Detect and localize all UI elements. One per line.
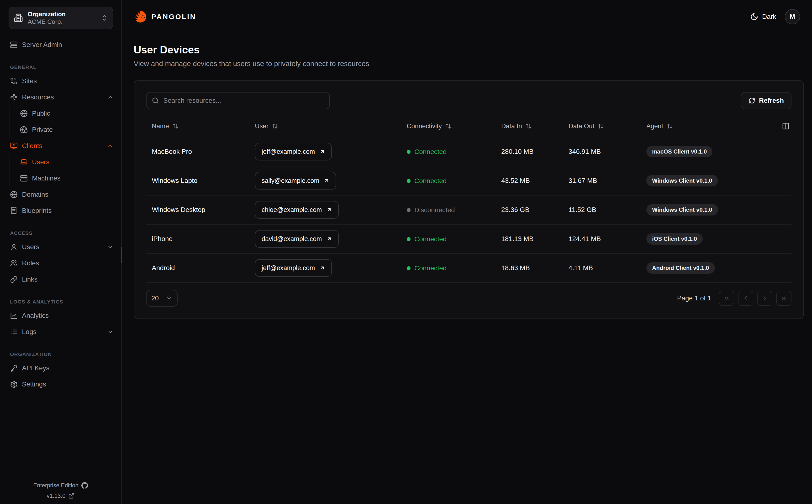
chevron-up-down-icon: [101, 14, 108, 21]
chevron-up-icon: [107, 143, 114, 149]
status-dot-icon: [407, 179, 411, 183]
server-icon: [20, 175, 28, 182]
sidebar-item-label: Clients: [22, 142, 103, 150]
status-dot-icon: [407, 208, 411, 212]
data-in-value: 280.10 MB: [495, 148, 563, 155]
sidebar-item-server-admin[interactable]: Server Admin: [0, 37, 121, 53]
sidebar-item-client-users[interactable]: Users: [10, 154, 121, 170]
app-root: Organization ACME Corp. Server Admin GEN…: [0, 0, 812, 504]
refresh-button[interactable]: Refresh: [741, 92, 791, 109]
chevron-up-icon: [107, 94, 114, 101]
sidebar-item-label: Logs: [22, 328, 103, 336]
org-selector[interactable]: Organization ACME Corp.: [9, 7, 113, 29]
sidebar-scrollbar[interactable]: [121, 247, 122, 263]
data-out-value: 4.11 MB: [563, 264, 641, 272]
card-toolbar: Refresh: [146, 92, 791, 109]
sidebar-item-domains[interactable]: Domains: [0, 186, 121, 203]
sidebar-nav: Server Admin GENERAL Sites Resources Pub…: [0, 29, 121, 392]
connectivity-status: Connected: [407, 177, 447, 185]
connectivity-status: Disconnected: [407, 206, 455, 214]
sort-icon: [445, 123, 451, 129]
sidebar-item-api-keys[interactable]: API Keys: [0, 360, 121, 376]
sidebar-item-label: Server Admin: [22, 41, 62, 49]
table-row: MacBook Pro jeff@example.com Connected 2…: [146, 137, 791, 166]
sidebar-item-label: API Keys: [22, 364, 49, 372]
status-dot-icon: [407, 150, 411, 154]
page-title: User Devices: [134, 44, 804, 56]
column-header-name[interactable]: Name: [146, 123, 249, 130]
sidebar-item-label: Users: [22, 243, 103, 251]
sidebar-item-users[interactable]: Users: [0, 239, 121, 255]
arrow-up-right-icon: [326, 236, 332, 242]
last-page-button[interactable]: [776, 291, 791, 306]
gear-icon: [10, 381, 18, 388]
user-link-button[interactable]: jeff@example.com: [255, 259, 332, 277]
device-name: MacBook Pro: [146, 148, 249, 155]
user-link-button[interactable]: sally@example.com: [255, 172, 336, 190]
sidebar-item-public[interactable]: Public: [10, 105, 121, 122]
data-in-value: 43.52 MB: [495, 177, 563, 185]
data-in-value: 181.13 MB: [495, 235, 563, 243]
data-in-value: 18.63 MB: [495, 264, 563, 272]
sidebar-item-label: Links: [22, 276, 37, 283]
refresh-icon: [749, 97, 755, 104]
sidebar-item-machines[interactable]: Machines: [10, 170, 121, 186]
connectivity-status: Connected: [407, 235, 447, 243]
org-selector-label: Organization: [28, 10, 96, 18]
user-icon: [10, 243, 18, 251]
sidebar-item-settings[interactable]: Settings: [0, 376, 121, 392]
sort-icon: [667, 123, 673, 129]
blueprints-icon: [10, 207, 18, 215]
brand: PANGOLIN: [134, 10, 196, 23]
brand-name: PANGOLIN: [151, 13, 196, 21]
moon-icon: [750, 13, 758, 21]
arrow-up-right-icon: [326, 207, 332, 213]
column-header-data-in[interactable]: Data In: [495, 123, 563, 130]
user-link-button[interactable]: jeff@example.com: [255, 143, 332, 160]
previous-page-button[interactable]: [738, 291, 753, 306]
search-input[interactable]: [163, 97, 324, 104]
data-in-value: 23.36 GB: [495, 206, 563, 214]
sidebar-item-blueprints[interactable]: Blueprints: [0, 203, 121, 219]
column-header-data-out[interactable]: Data Out: [563, 123, 641, 130]
sidebar-item-analytics[interactable]: Analytics: [0, 308, 121, 324]
next-page-button[interactable]: [757, 291, 772, 306]
avatar[interactable]: M: [785, 9, 800, 24]
organization-icon: [14, 13, 23, 22]
table-row: Android jeff@example.com Connected 18.63…: [146, 254, 791, 283]
sidebar-item-resources[interactable]: Resources: [0, 89, 121, 105]
page-size-select[interactable]: 20: [146, 290, 177, 307]
users-icon: [10, 259, 18, 267]
table-row: Windows Lapto sally@example.com Connecte…: [146, 166, 791, 195]
sidebar-item-logs[interactable]: Logs: [0, 324, 121, 340]
device-name: Windows Lapto: [146, 177, 249, 185]
column-header-user[interactable]: User: [249, 123, 401, 130]
page-subtitle: View and manage devices that users use t…: [134, 60, 804, 68]
laptop-icon: [20, 158, 28, 166]
version-label[interactable]: v1.13.0: [47, 493, 66, 499]
sidebar-item-private[interactable]: Private: [10, 122, 121, 138]
chevron-down-icon: [166, 295, 172, 301]
sidebar-item-sites[interactable]: Sites: [0, 73, 121, 89]
sort-icon: [172, 123, 178, 129]
status-dot-icon: [407, 266, 411, 270]
sidebar-item-clients[interactable]: Clients: [0, 138, 121, 154]
agent-badge: macOS Client v0.1.0: [646, 146, 713, 157]
columns-toggle-button[interactable]: [780, 120, 791, 132]
theme-toggle-button[interactable]: Dark: [750, 13, 776, 21]
data-out-value: 11.52 GB: [563, 206, 641, 214]
first-page-button[interactable]: [719, 291, 734, 306]
sidebar-item-label: Blueprints: [22, 207, 52, 215]
column-header-agent[interactable]: Agent: [641, 123, 771, 130]
external-link-icon: [68, 493, 74, 499]
user-link-button[interactable]: david@example.com: [255, 230, 339, 248]
org-selector-value: ACME Corp.: [28, 18, 96, 26]
table-footer: 20 Page 1 of 1: [146, 283, 791, 307]
table-header: Name User Connectivity Data In Data Out …: [146, 115, 791, 137]
sidebar-item-links[interactable]: Links: [0, 271, 121, 288]
user-link-button[interactable]: chloe@example.com: [255, 201, 339, 219]
sidebar-item-roles[interactable]: Roles: [0, 255, 121, 271]
search-box: [146, 92, 330, 109]
column-header-connectivity[interactable]: Connectivity: [401, 123, 495, 130]
github-icon[interactable]: [81, 482, 88, 489]
